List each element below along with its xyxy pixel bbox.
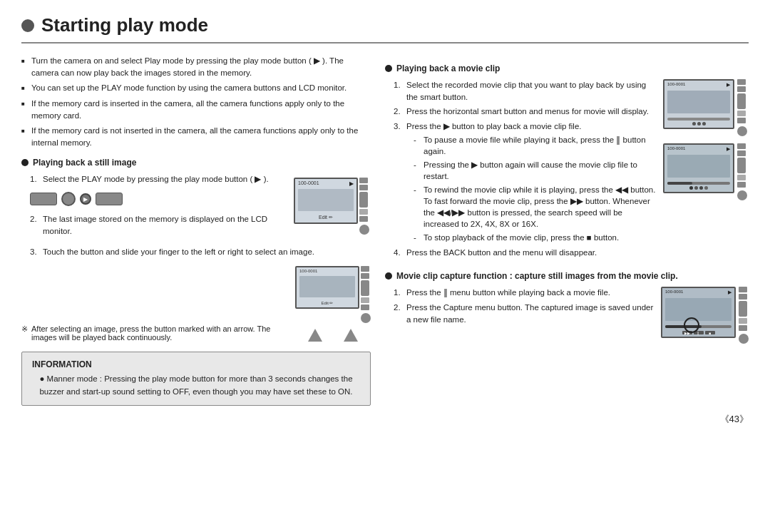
asterisk-note: After selecting an image, press the butt… (21, 324, 289, 342)
movie-sub-4: To stop playback of the movie clip, pres… (414, 232, 656, 243)
capture-steps: 1. Press the ‖ menu button while playing… (394, 287, 654, 325)
capture-device-group: 100-0001 ▶ ▶▶ ‖ ■ (661, 287, 749, 344)
movie-side-buttons-1 (737, 79, 747, 136)
movie-sub-3: To rewind the movie clip while it is pla… (414, 184, 656, 230)
movie-step-1: 1. Select the recorded movie clip that y… (394, 79, 656, 103)
capture-step-1: 1. Press the ‖ menu button while playing… (394, 287, 654, 299)
still-step-2: 2. The last image stored on the memory i… (30, 213, 285, 237)
arrow-right-icon (344, 329, 358, 342)
movie-section-header: Playing back a movie clip (385, 63, 749, 73)
cam-button-left (30, 193, 57, 205)
movie-step-4: 4. Press the BACK button and the menu wi… (394, 247, 656, 259)
movie-step-3: 3. Press the ▶ button to play back a mov… (394, 121, 656, 244)
lcd-side-buttons-2 (361, 266, 371, 323)
lcd-screen-1: 100-0001 ▶ Edit ✏ (294, 178, 358, 224)
capture-side-buttons (739, 287, 749, 344)
cam-button-circle (61, 192, 76, 206)
still-note-area: After selecting an image, press the butt… (21, 322, 289, 342)
lcd-side-buttons-1 (359, 178, 369, 235)
movie-device-1-group: 100-0001 ▶ (663, 79, 749, 136)
movie-screen-2: 100-0001 ▶ (663, 143, 734, 193)
still-steps-3: 3. Touch the button and slide your finge… (30, 246, 371, 258)
page-title: Starting play mode (21, 14, 749, 44)
capture-step-2: 2. Press the Capture menu button. The ca… (394, 302, 654, 325)
arrow-left-icon (308, 329, 322, 342)
movie-capture-section: Movie clip capture function : capture st… (385, 271, 749, 344)
movie-steps: 1. Select the recorded movie clip that y… (394, 79, 656, 258)
lcd-device-1: 100-0001 ▶ Edit ✏ (294, 178, 369, 235)
info-title: INFORMATION (32, 359, 360, 369)
cam-button-right (96, 193, 123, 205)
movie-side-buttons-2 (737, 143, 747, 200)
movie-step-2: 2. Press the horizontal smart button and… (394, 106, 656, 118)
movie-sub-1: To pause a movie file while playing it b… (414, 134, 656, 157)
intro-bullet-2: You can set up the PLAY mode function by… (21, 82, 371, 94)
capture-screen: 100-0001 ▶ ▶▶ ‖ ■ (661, 287, 736, 338)
capture-device-illustration: 100-0001 ▶ ▶▶ ‖ ■ (661, 287, 749, 344)
movie-device-illustrations: 100-0001 ▶ (663, 79, 749, 261)
device2-area: After selecting an image, press the butt… (21, 262, 371, 342)
movie-step-3-sub: To pause a movie file while playing it b… (414, 134, 656, 244)
movie-sub-2: Pressing the ▶ button again will cause t… (414, 159, 656, 182)
still-image-text: 1. Select the PLAY mode by pressing the … (21, 173, 285, 240)
movie-section-dot-icon (385, 65, 392, 72)
section-dot-icon (21, 159, 29, 166)
intro-bullet-3: If the memory card is inserted in the ca… (21, 98, 371, 121)
info-content: ● Manner mode : Pressing the play mode b… (32, 373, 360, 398)
movie-section-content: 1. Select the recorded movie clip that y… (385, 79, 749, 261)
lcd-device-illustration: 100-0001 ▶ Edit ✏ (292, 173, 371, 240)
information-box: INFORMATION ● Manner mode : Pressing the… (21, 352, 371, 406)
title-bullet-icon (21, 19, 34, 32)
movie-device-2-group: 100-0001 ▶ (663, 143, 749, 200)
right-column: Playing back a movie clip 1. Select the … (385, 55, 749, 406)
lcd-device-2-area: 100-0001 Edit ✏ (295, 262, 371, 342)
still-image-section-header: Playing back a still image (21, 158, 371, 168)
lcd-device-2: 100-0001 Edit ✏ (295, 266, 371, 323)
movie-screen-1: 100-0001 ▶ (663, 79, 734, 129)
lcd-screen-2: 100-0001 Edit ✏ (295, 266, 359, 309)
still-step-1: 1. Select the PLAY mode by pressing the … (30, 173, 285, 185)
still-step-3: 3. Touch the button and slide your finge… (30, 246, 371, 258)
still-image-steps: 1. Select the PLAY mode by pressing the … (30, 173, 285, 185)
still-image-content: 1. Select the PLAY mode by pressing the … (21, 173, 371, 240)
capture-content: 1. Press the ‖ menu button while playing… (385, 287, 749, 344)
capture-section-header: Movie clip capture function : capture st… (385, 271, 749, 281)
intro-bullet-1: Turn the camera on and select Play mode … (21, 55, 371, 78)
capture-text: 1. Press the ‖ menu button while playing… (385, 287, 654, 344)
movie-text: 1. Select the recorded movie clip that y… (385, 79, 656, 261)
camera-top-illustration: ▶ (30, 192, 285, 206)
page-number: 《43》 (21, 413, 749, 426)
left-column: Turn the camera on and select Play mode … (21, 55, 371, 406)
capture-dot-icon (385, 272, 392, 280)
cam-play-button: ▶ (80, 193, 91, 205)
intro-bullets: Turn the camera on and select Play mode … (21, 55, 371, 149)
intro-bullet-4: If the memory card is not inserted in th… (21, 125, 371, 148)
still-image-steps-2: 2. The last image stored on the memory i… (30, 213, 285, 237)
arrows-row (308, 329, 358, 342)
